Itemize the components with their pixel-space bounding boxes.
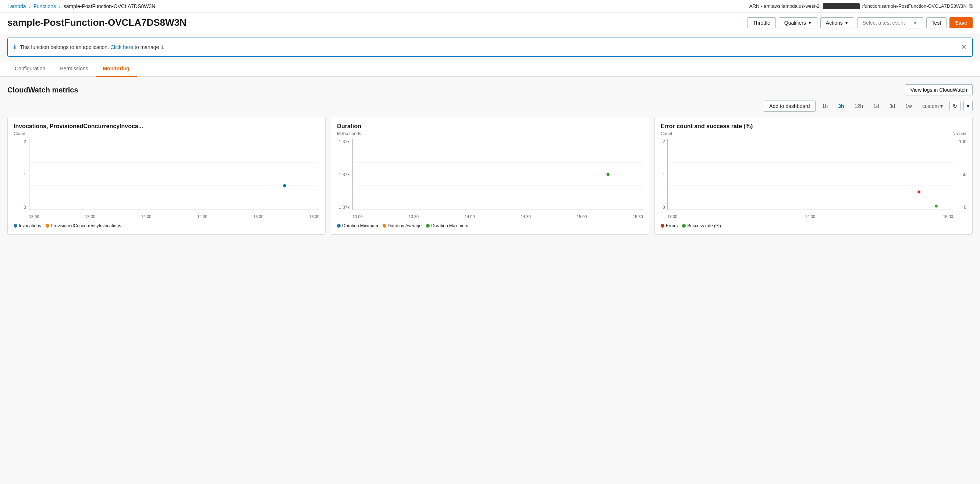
err-x-1500: 15:00 — [943, 214, 953, 219]
invocations-chart-legend: Invocations ProvisionedConcurrencyInvoca… — [14, 223, 319, 228]
qualifiers-dropdown-arrow: ▼ — [808, 21, 812, 25]
breadcrumb-lambda[interactable]: Lambda — [7, 3, 26, 9]
legend-invocations-label: Invocations — [19, 223, 41, 228]
test-button[interactable]: Test — [926, 17, 947, 28]
dur-x-1500: 15:00 — [577, 214, 587, 219]
legend-dur-avg: Duration Average — [383, 223, 422, 228]
legend-dur-min-label: Duration Minimum — [342, 223, 378, 228]
err-y-mid: 1 — [661, 172, 665, 177]
x-label-1300: 13:00 — [29, 214, 39, 219]
time-1h[interactable]: 1h — [819, 102, 832, 110]
error-svg — [668, 139, 953, 209]
time-1w[interactable]: 1w — [902, 102, 916, 110]
metrics-section: CloudWatch metrics View logs in CloudWat… — [0, 77, 980, 242]
legend-dur-avg-label: Duration Average — [388, 223, 422, 228]
charts-row: Invocations, ProvisionedConcurrencyInvoc… — [7, 117, 973, 235]
view-logs-button[interactable]: View logs in CloudWatch — [905, 85, 973, 96]
x-label-1500: 15:00 — [253, 214, 263, 219]
legend-dur-max-dot — [426, 224, 430, 228]
legend-dur-max: Duration Maximum — [426, 223, 468, 228]
success-dot — [934, 204, 937, 208]
breadcrumb-current: sample-PostFunction-OVCLA7DS8W3N — [64, 3, 156, 9]
legend-provisioned: ProvisionedConcurrencyInvocations — [46, 223, 121, 228]
banner-text: This function belongs to an application.… — [20, 44, 164, 50]
err-y-bot: 0 — [661, 205, 665, 210]
breadcrumb-sep-2: › — [59, 3, 61, 9]
metrics-header: CloudWatch metrics View logs in CloudWat… — [7, 85, 973, 96]
banner-close-button[interactable]: ✕ — [961, 43, 966, 51]
legend-success-rate: Success rate (%) — [682, 223, 721, 228]
x-label-1330: 13:30 — [85, 214, 95, 219]
select-test-event[interactable]: Select a test event ▼ — [857, 17, 923, 28]
x-label-1400: 14:00 — [141, 214, 151, 219]
tabs-container: Configuration Permissions Monitoring — [0, 61, 980, 77]
time-3h[interactable]: 3h — [834, 102, 848, 110]
invocations-svg — [29, 139, 319, 209]
duration-chart-legend: Duration Minimum Duration Average Durati… — [337, 223, 643, 228]
copy-arn-icon[interactable]: ⧉ — [969, 3, 973, 9]
invocations-chart-card: Invocations, ProvisionedConcurrencyInvoc… — [7, 117, 326, 235]
dur-x-1330: 13:30 — [409, 214, 419, 219]
tab-monitoring[interactable]: Monitoring — [95, 61, 137, 77]
header-actions: Throttle Qualifiers ▼ Actions ▼ Select a… — [747, 17, 973, 28]
qualifiers-button[interactable]: Qualifiers ▼ — [779, 17, 818, 28]
error-chart-unit-right: No unit — [952, 131, 966, 136]
refresh-button[interactable]: ↻ — [950, 101, 961, 111]
metrics-title: CloudWatch metrics — [7, 86, 78, 94]
dur-y-top: 1.37k — [337, 139, 350, 144]
actions-button[interactable]: Actions ▼ — [820, 17, 854, 28]
page-header: sample-PostFunction-OVCLA7DS8W3N Throttl… — [0, 13, 980, 33]
dur-x-1530: 15:30 — [633, 214, 643, 219]
legend-success-label: Success rate (%) — [687, 223, 721, 228]
err-yr-mid: 50 — [955, 172, 966, 177]
err-x-1300: 13:00 — [667, 214, 678, 219]
legend-errors: Errors — [661, 223, 678, 228]
info-banner: ℹ This function belongs to an applicatio… — [7, 38, 973, 57]
duration-chart-unit: Milliseconds — [337, 131, 643, 136]
dur-y-bot: 1.37k — [337, 205, 350, 210]
time-custom[interactable]: custom ▾ — [919, 102, 947, 110]
actions-dropdown-arrow: ▼ — [845, 21, 849, 25]
err-yr-top: 100 — [955, 139, 966, 144]
arn-prefix: ARN - arn:aws:lambda:us-west-2: — [749, 3, 821, 9]
error-chart-title: Error count and success rate (%) — [661, 123, 966, 129]
legend-dur-avg-dot — [383, 224, 386, 228]
tab-configuration[interactable]: Configuration — [7, 61, 52, 77]
add-dashboard-button[interactable]: Add to dashboard — [764, 101, 816, 112]
y-label-mid: 1 — [14, 172, 26, 177]
invocations-chart-unit: Count — [14, 131, 319, 136]
banner-link[interactable]: Click here — [110, 44, 133, 50]
y-label-top: 2 — [14, 139, 26, 144]
duration-svg — [353, 139, 643, 209]
invocations-chart-area: 2 1 0 13:00 13:30 14:0 — [14, 139, 319, 220]
x-label-1430: 14:30 — [197, 214, 207, 219]
dur-x-1300: 13:00 — [352, 214, 363, 219]
refresh-options-button[interactable]: ▾ — [963, 101, 973, 111]
invocations-dot — [283, 184, 286, 187]
error-chart-area: 2 1 0 100 50 0 — [661, 139, 966, 220]
errors-dot — [918, 190, 920, 193]
info-icon: ℹ — [14, 43, 16, 51]
tab-permissions[interactable]: Permissions — [52, 61, 95, 77]
err-x-1400: 14:00 — [805, 214, 816, 219]
time-12h[interactable]: 12h — [851, 102, 867, 110]
duration-chart-card: Duration Milliseconds 1.37k 1.37k 1.37k — [331, 117, 649, 235]
select-event-arrow: ▼ — [913, 20, 918, 26]
time-1d[interactable]: 1d — [870, 102, 883, 110]
select-event-placeholder: Select a test event — [863, 20, 905, 26]
throttle-button[interactable]: Throttle — [747, 17, 775, 28]
breadcrumb-sep-1: › — [29, 3, 31, 9]
banner-left: ℹ This function belongs to an applicatio… — [14, 43, 164, 51]
save-button[interactable]: Save — [950, 17, 973, 28]
arn-suffix: :function:sample-PostFunction-OVCLA7DS8W… — [862, 3, 967, 9]
time-3d[interactable]: 3d — [886, 102, 899, 110]
breadcrumb-functions[interactable]: Functions — [33, 3, 56, 9]
dur-x-1400: 14:00 — [465, 214, 475, 219]
legend-provisioned-label: ProvisionedConcurrencyInvocations — [51, 223, 121, 228]
legend-provisioned-dot — [46, 224, 49, 228]
dur-y-mid: 1.37k — [337, 172, 350, 177]
err-yr-bot: 0 — [955, 205, 966, 210]
legend-invocations-dot — [14, 224, 17, 228]
legend-dur-min-dot — [337, 224, 340, 228]
legend-errors-label: Errors — [666, 223, 678, 228]
